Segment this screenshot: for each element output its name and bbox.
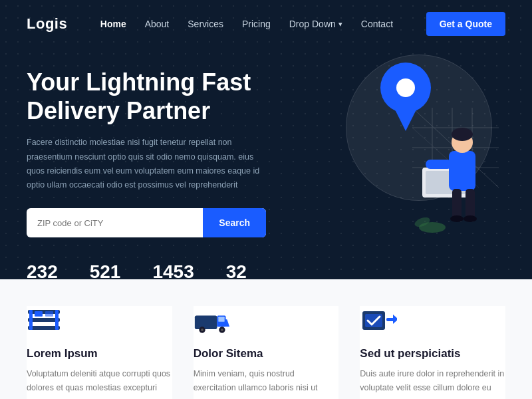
service-title-3: Sed ut perspiciatis	[360, 347, 505, 360]
service-card-3: Sed ut perspiciatis Duis aute irure dolo…	[360, 306, 505, 399]
get-quote-button[interactable]: Get a Quote	[426, 12, 505, 36]
svg-rect-13	[449, 151, 475, 191]
nav-services[interactable]: Services	[188, 19, 223, 29]
search-input[interactable]	[27, 208, 203, 237]
service-icon-1	[27, 306, 172, 338]
svg-point-9	[396, 78, 415, 97]
svg-rect-28	[35, 311, 43, 317]
nav-pricing[interactable]: Pricing	[242, 19, 271, 29]
svg-rect-24	[28, 326, 60, 330]
hero-illustration	[293, 55, 505, 279]
svg-point-18	[450, 215, 464, 222]
stat-clients: 232 Clients	[27, 261, 58, 279]
svg-rect-27	[55, 310, 59, 330]
service-desc-2: Minim veniam, quis nostrud exercitation …	[194, 367, 339, 399]
svg-point-19	[464, 215, 477, 222]
stat-projects: 521 Projects	[90, 261, 121, 279]
services-section: Lorem Ipsum Voluptatum deleniti atque co…	[0, 279, 532, 399]
hero-description: Facere distinctio molestiae nisi fugit t…	[27, 136, 273, 192]
hero-left: Your Lightning FastDelivery Partner Face…	[27, 61, 293, 279]
service-title-1: Lorem Ipsum	[27, 347, 172, 360]
hero-title: Your Lightning FastDelivery Partner	[27, 68, 293, 125]
svg-rect-20	[426, 160, 452, 169]
service-desc-3: Duis aute irure dolor in reprehenderit i…	[360, 367, 505, 399]
svg-point-15	[452, 128, 473, 141]
nav-home[interactable]: Home	[100, 19, 126, 29]
stat-workers: 32 Workers	[226, 261, 255, 279]
svg-point-37	[221, 329, 223, 331]
svg-rect-25	[28, 310, 60, 314]
svg-rect-23	[28, 318, 60, 322]
service-card-1: Lorem Ipsum Voluptatum deleniti atque co…	[27, 306, 172, 399]
svg-rect-33	[218, 317, 224, 321]
svg-rect-17	[466, 189, 475, 219]
svg-point-35	[201, 329, 203, 331]
svg-rect-26	[29, 310, 33, 330]
svg-rect-29	[45, 311, 53, 317]
svg-rect-30	[195, 316, 217, 330]
hero-body: Your Lightning FastDelivery Partner Face…	[0, 48, 532, 279]
stat-support: 1453 Support	[152, 261, 194, 279]
nav-dropdown[interactable]: Drop Down	[289, 19, 342, 29]
service-icon-3	[360, 306, 505, 338]
navbar: Logis Home About Services Pricing Drop D…	[0, 0, 532, 48]
nav-links: Home About Services Pricing Drop Down Co…	[100, 18, 393, 30]
search-button[interactable]: Search	[203, 208, 266, 237]
service-card-2: Dolor Sitema Minim veniam, quis nostrud …	[194, 306, 339, 399]
hero-section: Logis Home About Services Pricing Drop D…	[0, 0, 532, 279]
brand-logo: Logis	[27, 15, 67, 33]
person-illustration	[412, 108, 499, 237]
service-icon-2	[194, 306, 339, 338]
nav-contact[interactable]: Contact	[361, 19, 393, 29]
svg-marker-41	[393, 315, 397, 324]
search-bar: Search	[27, 208, 266, 237]
stats-row: 232 Clients 521 Projects 1453 Support 32	[27, 261, 293, 279]
svg-rect-16	[452, 189, 462, 219]
service-desc-1: Voluptatum deleniti atque corrupti quos …	[27, 367, 172, 399]
service-title-2: Dolor Sitema	[194, 347, 339, 360]
nav-about[interactable]: About	[145, 19, 170, 29]
